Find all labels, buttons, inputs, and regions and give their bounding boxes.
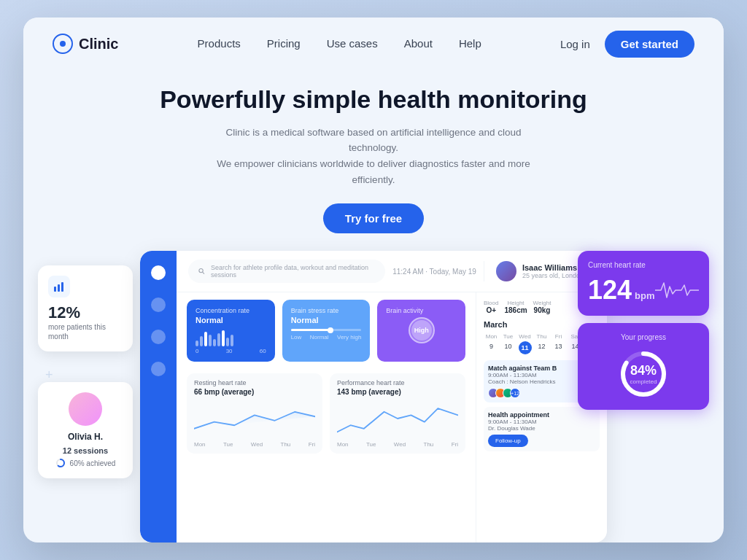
day-mon: Mon <box>484 332 499 341</box>
patient-avatar <box>69 392 102 426</box>
try-for-free-button[interactable]: Try for free <box>323 203 424 233</box>
height-value: 186cm <box>504 306 527 314</box>
event-health: Health appointment 9:00AM - 11:30AM Dr. … <box>484 407 600 451</box>
progress-circle: 84% completed <box>618 349 669 400</box>
event-avatar-count: +12 <box>510 388 520 398</box>
login-button[interactable]: Log in <box>560 38 590 50</box>
nav-link-pricing[interactable]: Pricing <box>267 37 301 50</box>
heart-rate-unit: bpm <box>635 290 654 301</box>
patient-sessions: 12 sessions <box>48 446 123 455</box>
cal-12[interactable]: 12 <box>534 341 549 354</box>
navbar: Clinic Products Pricing Use cases About … <box>23 18 724 70</box>
resting-value: 66 bmp (average) <box>194 388 315 396</box>
event-health-doctor: Dr. Douglas Wade <box>488 425 595 432</box>
slider-fill <box>291 329 330 331</box>
cal-11-active[interactable]: 11 <box>517 341 533 354</box>
get-started-button[interactable]: Get started <box>605 31 694 58</box>
bar-4 <box>209 335 212 346</box>
progress-sub: completed <box>630 378 657 385</box>
patient-name: Olivia H. <box>48 432 123 442</box>
search-placeholder: Search for athlete profile data, workout… <box>211 264 375 279</box>
bar-5 <box>213 339 216 346</box>
progress-label: Your progress <box>588 333 699 341</box>
main-dashboard: Search for athlete profile data, workout… <box>140 251 607 542</box>
nav-item-products[interactable]: Products <box>198 37 241 50</box>
nav-link-products[interactable]: Products <box>198 37 241 50</box>
svg-point-5 <box>199 269 203 273</box>
concentration-bars <box>196 329 266 346</box>
blood-value: O+ <box>484 306 498 314</box>
svg-line-6 <box>203 273 204 274</box>
perf-value: 143 bmp (average) <box>337 388 458 396</box>
patient-percentage: 12% <box>48 303 123 322</box>
heart-rate-label: Current heart rate <box>588 261 699 269</box>
nav-item-use-cases[interactable]: Use cases <box>327 37 378 50</box>
sidebar-icon-heart[interactable] <box>151 330 166 344</box>
day-tue: Tue <box>500 332 516 341</box>
resting-axis: MonTueWedThuFri <box>194 441 315 448</box>
sidebar-icon-chart[interactable] <box>151 298 166 312</box>
nav-item-pricing[interactable]: Pricing <box>267 37 301 50</box>
weight-label: Weight <box>533 300 551 306</box>
bar-labels: 03060 <box>196 348 266 354</box>
cal-13[interactable]: 13 <box>551 341 566 354</box>
nav-item-help[interactable]: Help <box>459 37 481 50</box>
heart-rate-content: 124 bpm <box>588 275 699 306</box>
svg-rect-0 <box>54 287 56 292</box>
patient-card: Olivia H. 12 sessions 60% achieved <box>38 382 133 478</box>
patients-stat-card: 12% more patients this month <box>38 265 133 351</box>
nav-link-use-cases[interactable]: Use cases <box>327 37 378 50</box>
cal-10[interactable]: 10 <box>500 341 516 354</box>
browser-window: + + + + + + Clinic Products Pricing Use … <box>23 18 724 542</box>
follow-up-button[interactable]: Follow-up <box>488 435 528 447</box>
event-health-time: 9:00AM - 11:30AM <box>488 419 595 425</box>
logo: Clinic <box>53 34 118 54</box>
patient-label: more patients this month <box>48 322 123 341</box>
patient-progress-text: 60% achieved <box>70 459 116 467</box>
right-panel: Current heart rate 124 bpm Your progress <box>578 251 709 410</box>
chart-icon <box>48 276 70 298</box>
bar-7 <box>222 330 225 346</box>
search-bar[interactable]: Search for athlete profile data, workout… <box>188 260 385 283</box>
brain-stress-value: Normal <box>291 316 362 324</box>
dashboard-sidebar <box>140 251 177 542</box>
sidebar-icon-home[interactable] <box>151 265 166 280</box>
slider-dot <box>328 327 333 333</box>
charts-row: Resting heart rate 66 bmp (average) <box>177 369 476 461</box>
hero-title: Powerfully simple health monitoring <box>53 85 694 114</box>
resting-heart-chart: Resting heart rate 66 bmp (average) <box>187 373 322 454</box>
day-wed: Wed <box>517 332 533 341</box>
stress-labels: LowNormalVery high <box>291 334 362 341</box>
dashboard-topbar: Search for athlete profile data, workout… <box>177 251 607 292</box>
brain-activity-label: Brain activity <box>386 307 457 314</box>
cal-9[interactable]: 9 <box>484 341 499 354</box>
bar-6 <box>217 333 220 346</box>
waveform-svg <box>655 279 699 301</box>
event-health-title: Health appointment <box>488 411 595 419</box>
dashboard-time: 11:24 AM · Today, May 19 <box>392 268 476 276</box>
brain-inner: High <box>411 320 432 341</box>
dashboard-area: 12% more patients this month Olivia H. 1… <box>23 251 724 542</box>
svg-rect-1 <box>58 284 60 292</box>
svg-rect-2 <box>61 282 63 292</box>
progress-percent: 84% <box>630 363 657 378</box>
profile-info: Isaac Williams 25 years old, London <box>522 263 584 279</box>
profile-name: Isaac Williams <box>522 263 584 272</box>
hero-section: Powerfully simple health monitoring Clin… <box>23 70 724 233</box>
weight-stat: Weight 90kg <box>533 300 551 314</box>
bar-8 <box>226 338 229 346</box>
nav-link-help[interactable]: Help <box>459 37 481 50</box>
progress-card: Your progress 84% completed <box>578 323 709 410</box>
perf-axis: MonTueWedThuFri <box>337 441 458 448</box>
heart-rate-number: 124 <box>588 275 632 306</box>
nav-item-about[interactable]: About <box>404 37 433 50</box>
nav-link-about[interactable]: About <box>404 37 433 50</box>
resting-svg <box>194 400 315 437</box>
perf-label: Performance heart rate <box>337 379 458 386</box>
brain-activity-value: High <box>414 327 429 334</box>
sidebar-icon-user[interactable] <box>151 362 166 376</box>
blood-stat: Blood O+ <box>484 300 498 314</box>
patient-progress: 60% achieved <box>48 458 123 468</box>
bar-1 <box>196 341 198 346</box>
heart-rate-card: Current heart rate 124 bpm <box>578 251 709 316</box>
